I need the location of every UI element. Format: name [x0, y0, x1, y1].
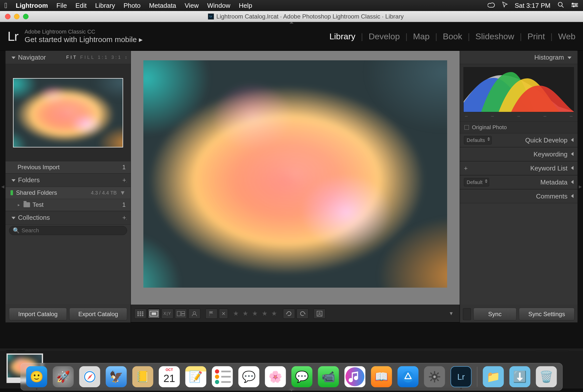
spotlight-icon[interactable]: [557, 2, 564, 10]
add-keyword-button[interactable]: +: [464, 164, 468, 172]
original-photo-row[interactable]: Original Photo: [460, 121, 577, 133]
sync-toggle[interactable]: [463, 308, 471, 320]
loupe-view[interactable]: [131, 51, 460, 305]
sync-settings-button[interactable]: Sync Settings: [519, 308, 574, 320]
checkbox-icon[interactable]: [464, 125, 469, 130]
folders-header[interactable]: Folders +.: [6, 173, 131, 187]
dock-ibooks[interactable]: 📖: [371, 366, 392, 387]
dock-lightroom[interactable]: Lr: [451, 366, 472, 387]
mobile-cta[interactable]: Get started with Lightroom mobile ▸: [25, 35, 143, 44]
folder-test[interactable]: ▸ Test 1: [6, 199, 131, 211]
menu-photo[interactable]: Photo: [124, 2, 141, 10]
comments-header[interactable]: Comments: [460, 189, 577, 203]
metadata-header[interactable]: Default Metadata: [460, 175, 577, 189]
people-view-button[interactable]: [188, 309, 200, 319]
quick-develop-preset-dropdown[interactable]: Defaults: [464, 136, 492, 144]
menu-file[interactable]: File: [57, 2, 67, 10]
module-develop[interactable]: Develop: [369, 32, 400, 41]
control-center-icon[interactable]: [571, 2, 578, 10]
dock-calendar[interactable]: OCT21: [159, 366, 180, 387]
survey-view-button[interactable]: [175, 309, 187, 319]
chevron-left-icon: [571, 151, 573, 157]
face-region-button[interactable]: [314, 309, 326, 319]
compare-view-button[interactable]: X|Y: [161, 309, 173, 319]
dock-messages-app[interactable]: 💬: [238, 366, 259, 387]
chevron-down-icon[interactable]: ▼: [120, 189, 126, 196]
volume-shared-folders[interactable]: Shared Folders 4.3 / 4.4 TB ▼: [6, 187, 131, 199]
dock-system-preferences[interactable]: [424, 366, 445, 387]
zoom-fill[interactable]: FILL: [80, 55, 95, 60]
histogram-header[interactable]: Histogram: [460, 51, 577, 64]
module-library[interactable]: Library: [329, 32, 355, 41]
zoom-1-1[interactable]: 1:1: [98, 55, 109, 60]
zoom-more-icon[interactable]: ↕: [125, 55, 127, 60]
dock-mail[interactable]: 🦅: [106, 366, 127, 387]
navigator-preview[interactable]: [6, 64, 131, 161]
menu-view[interactable]: View: [185, 2, 199, 10]
dock-imessage[interactable]: 💬: [292, 366, 313, 387]
dock-safari[interactable]: [79, 366, 100, 387]
add-folder-button[interactable]: +.: [122, 176, 127, 184]
sync-button[interactable]: Sync: [473, 308, 516, 320]
keywording-header[interactable]: Keywording: [460, 147, 577, 161]
zoom-fit[interactable]: FIT: [66, 55, 78, 60]
rotate-cw-button[interactable]: [297, 309, 309, 319]
collections-header[interactable]: Collections +.: [6, 211, 131, 225]
window-maximize-button[interactable]: [23, 14, 29, 19]
dock-itunes[interactable]: [345, 366, 366, 387]
keyword-list-header[interactable]: + Keyword List: [460, 161, 577, 175]
window-close-button[interactable]: [5, 14, 11, 19]
chevron-right-icon[interactable]: ▸: [17, 203, 21, 207]
dock-facetime[interactable]: 📹: [318, 366, 339, 387]
grid-view-button[interactable]: [134, 309, 146, 319]
dock-applications-folder[interactable]: 📁: [483, 366, 504, 387]
quick-develop-header[interactable]: Defaults Quick Develop: [460, 133, 577, 147]
add-collection-button[interactable]: +.: [122, 214, 127, 222]
dock-divider: [477, 367, 477, 387]
dock-contacts[interactable]: 📒: [132, 366, 153, 387]
menubar-clock[interactable]: Sat 3:17 PM: [515, 2, 550, 10]
menu-help[interactable]: Help: [239, 2, 252, 10]
histogram-graph[interactable]: [463, 67, 574, 112]
svg-rect-14: [137, 315, 139, 316]
module-print[interactable]: Print: [527, 32, 545, 41]
collections-search-input[interactable]: 🔍 Search: [9, 226, 127, 235]
export-catalog-button[interactable]: Export Catalog: [69, 308, 127, 320]
dock-trash[interactable]: 🗑️: [536, 366, 557, 387]
loupe-view-button[interactable]: [148, 309, 160, 319]
navigator-header[interactable]: Navigator FIT FILL 1:1 3:1 ↕: [6, 51, 131, 64]
rating-stars[interactable]: ★ ★ ★ ★ ★: [233, 310, 278, 317]
menu-window[interactable]: Window: [207, 2, 230, 10]
apple-menu-icon[interactable]: : [5, 1, 7, 10]
cursor-icon[interactable]: [502, 2, 508, 10]
rotate-ccw-button[interactable]: [283, 309, 295, 319]
zoom-3-1[interactable]: 3:1: [111, 55, 122, 60]
app-menu[interactable]: Lightroom: [16, 2, 48, 10]
dock-appstore[interactable]: [398, 366, 419, 387]
left-panel-collapse-handle[interactable]: ◀: [0, 51, 6, 322]
dock-notes[interactable]: 📝: [185, 366, 206, 387]
module-web[interactable]: Web: [558, 32, 575, 41]
module-book[interactable]: Book: [443, 32, 462, 41]
dock-downloads-folder[interactable]: ⬇️: [509, 366, 530, 387]
dock-finder[interactable]: 🙂: [26, 366, 47, 387]
menu-edit[interactable]: Edit: [75, 2, 87, 10]
metadata-preset-dropdown[interactable]: Default: [464, 178, 489, 186]
flag-pick-button[interactable]: [205, 309, 217, 319]
catalog-previous-import[interactable]: Previous Import 1: [6, 161, 131, 173]
dock-photos[interactable]: 🌸: [265, 366, 286, 387]
dock-reminders[interactable]: [212, 366, 233, 387]
volume-space: 4.3 / 4.4 TB: [91, 190, 117, 196]
right-panel-collapse-handle[interactable]: ▶: [577, 51, 583, 322]
window-minimize-button[interactable]: [14, 14, 20, 19]
module-map[interactable]: Map: [413, 32, 430, 41]
toolbar-options-button[interactable]: ▼: [446, 311, 456, 316]
flag-reject-button[interactable]: ✕: [219, 309, 228, 319]
menu-library[interactable]: Library: [95, 2, 115, 10]
menu-metadata[interactable]: Metadata: [149, 2, 176, 10]
dock-launchpad[interactable]: 🚀: [53, 366, 74, 387]
library-toolbar: X|Y ✕ ★ ★ ★ ★ ★ ▼: [131, 305, 460, 322]
module-slideshow[interactable]: Slideshow: [475, 32, 514, 41]
import-catalog-button[interactable]: Import Catalog: [9, 308, 67, 320]
creative-cloud-icon[interactable]: [488, 2, 495, 10]
